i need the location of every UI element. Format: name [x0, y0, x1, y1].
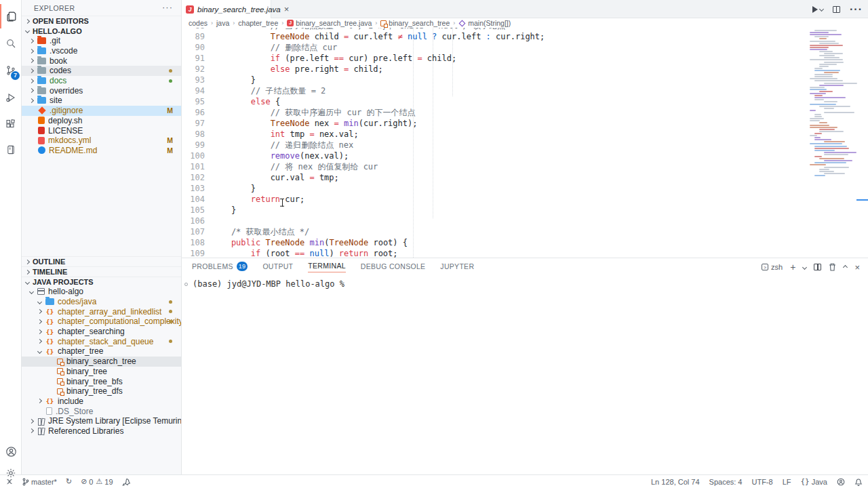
- extensions-icon[interactable]: [0, 113, 22, 137]
- chevron-right-icon: [29, 48, 34, 53]
- braces-icon: {}: [45, 348, 54, 355]
- section-open-editors[interactable]: OPEN EDITORS: [22, 16, 181, 26]
- jp-item-codes-java[interactable]: codes/java: [22, 297, 181, 307]
- new-terminal-icon[interactable]: +: [790, 262, 795, 272]
- jp-item-include[interactable]: {}include: [22, 396, 181, 407]
- modified-dot-icon: [169, 79, 172, 83]
- maximize-panel-icon[interactable]: [843, 264, 848, 269]
- modified-dot-icon: [169, 320, 172, 323]
- line-number: 97: [182, 118, 205, 129]
- close-panel-icon[interactable]: ×: [854, 262, 860, 272]
- tree-item-codes[interactable]: codes: [22, 66, 181, 76]
- breadcrumb-item[interactable]: Jbinary_search_tree.java: [287, 19, 372, 27]
- jp-item--DS_Store[interactable]: .DS_Store: [22, 406, 181, 416]
- jp-item-chapter_searching[interactable]: {}chapter_searching: [22, 327, 181, 337]
- status-lf[interactable]: LF: [783, 478, 791, 486]
- chevron-down-icon: [37, 299, 42, 304]
- jp-item-binary_tree[interactable]: binary_tree: [22, 367, 181, 377]
- jp-item-hello-algo[interactable]: hello-algo: [22, 287, 181, 297]
- breadcrumb-item[interactable]: chapter_tree: [238, 19, 278, 27]
- terminal-prompt[interactable]: (base) jyd@JYD-MBP hello-algo %: [192, 279, 344, 289]
- section-outline[interactable]: OUTLINE: [22, 256, 181, 266]
- chevron-right-icon: [29, 39, 34, 43]
- status-java-status[interactable]: [837, 478, 845, 486]
- tree-item--gitignore[interactable]: .gitignoreM: [22, 106, 181, 116]
- source-control-icon[interactable]: 7: [0, 58, 22, 83]
- split-terminal-icon[interactable]: [814, 264, 821, 270]
- jp-item-binary_tree_dfs[interactable]: binary_tree_dfs: [22, 386, 181, 396]
- code-editor[interactable]: 88// 当子结点数量 = 0 / 1 时， child = null / 该子…: [182, 19, 868, 258]
- minimap[interactable]: [807, 30, 856, 186]
- section-root-folder[interactable]: HELLO-ALGO: [22, 26, 181, 36]
- panel-tab-terminal[interactable]: TERMINAL: [308, 262, 346, 272]
- terminal-dropdown-icon[interactable]: [802, 264, 807, 269]
- run-dropdown-icon[interactable]: [819, 7, 824, 12]
- run-debug-icon[interactable]: [0, 85, 22, 110]
- code-line: cur.val = tmp;: [212, 172, 339, 183]
- breadcrumb-item[interactable]: java: [216, 19, 229, 27]
- run-button[interactable]: [812, 6, 823, 13]
- panel-tab-label: JUPYTER: [440, 262, 474, 270]
- jp-item-chapter_computational_complexity[interactable]: {}chapter_computational_complexity: [22, 317, 181, 327]
- tree-item-book[interactable]: book: [22, 56, 181, 66]
- tab-binary-search-tree[interactable]: J binary_search_tree.java ×: [182, 0, 271, 18]
- breadcrumb-item[interactable]: binary_search_tree: [380, 19, 450, 27]
- code-line: else {: [212, 96, 280, 107]
- code-line: }: [212, 75, 256, 85]
- panel-tab-debug-console[interactable]: DEBUG CONSOLE: [361, 262, 426, 272]
- jp-item-JRE-System-Library-Eclipse-Temurin-17-17[interactable]: JRE System Library [Eclipse Temurin 17 […: [22, 416, 181, 426]
- lib-icon: [37, 418, 45, 425]
- chevron-right-icon: [37, 309, 42, 314]
- tree-item-docs[interactable]: docs: [22, 76, 181, 86]
- section-java-projects[interactable]: JAVA PROJECTS: [22, 277, 181, 287]
- status-bell[interactable]: [854, 478, 863, 486]
- jp-item-chapter_stack_and_queue[interactable]: {}chapter_stack_and_queue: [22, 336, 181, 346]
- explorer-icon[interactable]: [0, 4, 22, 28]
- jp-item-Referenced-Libraries[interactable]: Referenced Libraries: [22, 426, 181, 436]
- status-warnings[interactable]: ⚠19: [96, 477, 113, 486]
- breadcrumb-item[interactable]: main(String[]): [458, 19, 511, 27]
- notebook-icon[interactable]: [0, 138, 22, 162]
- jp-item-chapter_array_and_linkedlist[interactable]: {}chapter_array_and_linkedlist: [22, 306, 181, 317]
- status-braces[interactable]: {}Java: [801, 477, 828, 486]
- tree-item-deploy-sh[interactable]: deploy.sh: [22, 116, 181, 126]
- jp-item-binary_tree_bfs[interactable]: binary_tree_bfs: [22, 376, 181, 386]
- close-tab-icon[interactable]: ×: [284, 4, 290, 14]
- terminal-profile-select[interactable]: > zsh: [762, 263, 783, 271]
- code-line: if (root == null) return root;: [212, 248, 398, 258]
- status-label: UTF-8: [751, 478, 772, 486]
- settings-gear-icon[interactable]: [0, 461, 22, 485]
- split-editor-icon[interactable]: [833, 6, 840, 13]
- status-branch[interactable]: master*: [22, 478, 57, 486]
- kill-terminal-icon[interactable]: [829, 263, 836, 271]
- gitignore-icon: [38, 106, 45, 114]
- tree-item--git[interactable]: .git: [22, 36, 181, 46]
- status-ln-128-col-74[interactable]: Ln 128, Col 74: [651, 478, 700, 486]
- section-timeline[interactable]: TIMELINE: [22, 266, 181, 277]
- minimap-line: [810, 89, 827, 90]
- status-spaces-4[interactable]: Spaces: 4: [709, 478, 743, 486]
- code-line: if (pre.left == cur) pre.left = child;: [212, 53, 456, 64]
- editor-more-actions-icon[interactable]: ···: [850, 3, 863, 16]
- line-number: 103: [182, 183, 205, 194]
- status-sync[interactable]: ↻: [66, 477, 72, 486]
- status-utf-8[interactable]: UTF-8: [751, 478, 772, 486]
- breadcrumb-item[interactable]: codes: [189, 19, 208, 27]
- account-icon[interactable]: [0, 439, 22, 464]
- status-rocket[interactable]: [122, 478, 130, 486]
- search-icon[interactable]: [0, 31, 22, 56]
- status-errors[interactable]: ⊘0: [81, 477, 93, 486]
- panel-tab-problems[interactable]: PROBLEMS19: [192, 262, 248, 273]
- panel-tab-output[interactable]: OUTPUT: [262, 262, 293, 272]
- tree-item--vscode[interactable]: .vscode: [22, 46, 181, 56]
- tree-item-mkdocs-yml[interactable]: mkdocs.ymlM: [22, 136, 181, 146]
- panel-tab-jupyter[interactable]: JUPYTER: [440, 262, 474, 272]
- tree-item-README-md[interactable]: README.mdM: [22, 146, 181, 156]
- tree-item-overrides[interactable]: overrides: [22, 85, 181, 96]
- git-modified-badge: M: [167, 146, 173, 155]
- tree-item-LICENSE[interactable]: LICENSE: [22, 125, 181, 136]
- jp-item-chapter_tree[interactable]: {}chapter_tree: [22, 346, 181, 357]
- tree-item-site[interactable]: site: [22, 96, 181, 106]
- more-actions-icon[interactable]: ···: [162, 2, 173, 12]
- jp-item-binary_search_tree[interactable]: binary_search_tree: [22, 357, 181, 367]
